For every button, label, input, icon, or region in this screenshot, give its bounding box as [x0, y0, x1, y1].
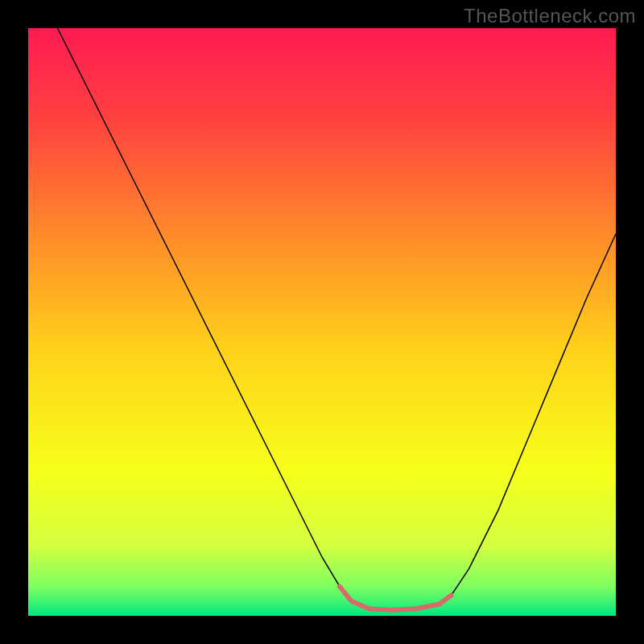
plot-area [28, 28, 616, 616]
watermark-text: TheBottleneck.com [464, 5, 636, 27]
chart-curves [28, 28, 616, 616]
bottom-highlight-segment [340, 587, 452, 610]
bottleneck-curve [58, 28, 617, 610]
chart-container: TheBottleneck.com [0, 0, 644, 644]
